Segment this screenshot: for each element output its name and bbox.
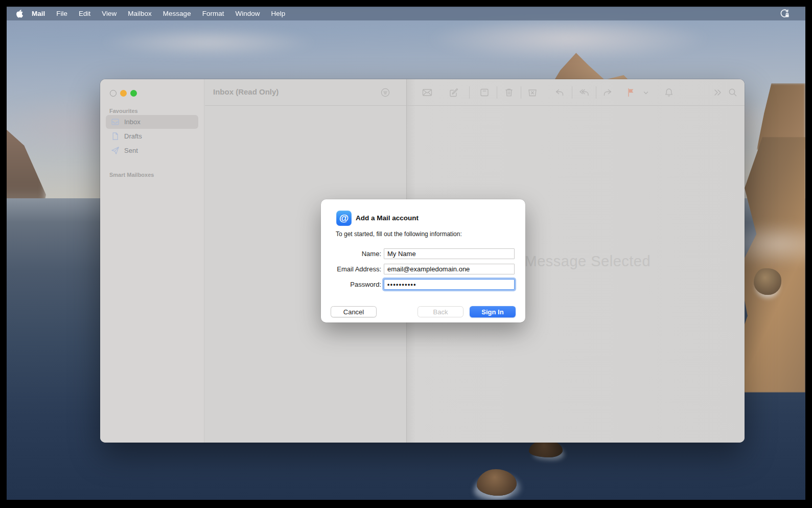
more-toolbar-chevrons-icon[interactable] [712,87,723,98]
reply-all-icon[interactable] [578,87,590,98]
wallpaper-cloud [99,27,318,58]
apple-logo-icon [15,9,23,18]
wallpaper-sea-rock [477,469,517,496]
name-field[interactable] [384,248,515,259]
window-minimize-button[interactable] [120,90,127,97]
search-icon[interactable] [727,87,738,98]
sign-in-button[interactable]: Sign In [470,306,516,317]
menu-item-file[interactable]: File [51,7,73,20]
flag-chevron-icon[interactable] [643,90,649,96]
mailbox-title: Inbox (Read Only) [213,87,279,96]
sidebar-item-label: Inbox [124,118,141,126]
forward-icon[interactable] [602,87,613,98]
paper-plane-icon [111,146,120,155]
menu-item-mailbox[interactable]: Mailbox [122,7,157,20]
desktop-screen: Mail File Edit View Mailbox Message Form… [7,7,805,500]
menu-item-view[interactable]: View [96,7,122,20]
get-mail-envelope-icon[interactable] [422,87,433,98]
screen-sharing-lock-icon[interactable] [779,8,790,19]
password-row: Password: [321,279,525,290]
toolbar-divider [469,86,470,99]
cancel-button[interactable]: Cancel [331,306,377,317]
toolbar-divider [596,86,596,99]
email-address-label: Email Address: [321,265,381,273]
apple-menu[interactable] [7,9,26,18]
menu-item-mail[interactable]: Mail [26,7,51,20]
toolbar-divider [572,86,572,99]
password-field[interactable] [384,279,515,290]
sidebar-item-inbox[interactable]: Inbox [106,115,198,129]
at-symbol-app-icon: @ [336,211,352,226]
sidebar-item-label: Sent [124,147,138,154]
mute-bell-icon[interactable] [663,87,675,98]
trash-icon[interactable] [503,87,515,98]
email-address-field[interactable] [384,264,515,274]
sidebar-item-drafts[interactable]: Drafts [106,129,198,143]
junk-icon[interactable] [527,87,538,98]
wallpaper-cloud [426,16,712,62]
menu-bar: Mail File Edit View Mailbox Message Form… [7,7,805,20]
toolbar-divider [521,86,521,99]
draft-document-icon [111,132,120,141]
dialog-title: Add a Mail account [356,214,419,222]
sidebar-item-label: Drafts [124,132,142,140]
window-close-button[interactable] [110,90,117,97]
add-mail-account-dialog: @ Add a Mail account To get started, fil… [321,199,525,322]
wallpaper-sea-rock [529,440,563,457]
toolbar [407,79,745,106]
archive-icon[interactable] [479,87,490,98]
sidebar-item-sent[interactable]: Sent [106,144,198,157]
sidebar-section-smart-mailboxes: Smart Mailboxes [109,172,204,178]
menu-item-window[interactable]: Window [229,7,265,20]
sidebar: Favourites Inbox Drafts [100,79,204,443]
dialog-subtitle: To get started, fill out the following i… [336,230,462,238]
window-zoom-button[interactable] [130,90,137,97]
message-list-header: Inbox (Read Only) [205,79,406,106]
menu-item-edit[interactable]: Edit [73,7,96,20]
menu-item-format[interactable]: Format [197,7,230,20]
name-label: Name: [321,250,381,258]
email-row: Email Address: [321,264,525,274]
flag-icon[interactable] [625,87,637,98]
password-label: Password: [321,281,381,288]
sidebar-section-favourites: Favourites [109,108,204,114]
wallpaper-sea-rock [754,268,781,295]
menu-item-help[interactable]: Help [265,7,291,20]
back-button[interactable]: Back [417,306,463,317]
filter-icon[interactable] [380,87,391,98]
name-row: Name: [321,248,525,259]
toolbar-divider [497,86,497,99]
reply-icon[interactable] [554,87,565,98]
inbox-tray-icon [111,118,120,126]
menu-item-message[interactable]: Message [157,7,197,20]
compose-icon[interactable] [448,87,459,98]
